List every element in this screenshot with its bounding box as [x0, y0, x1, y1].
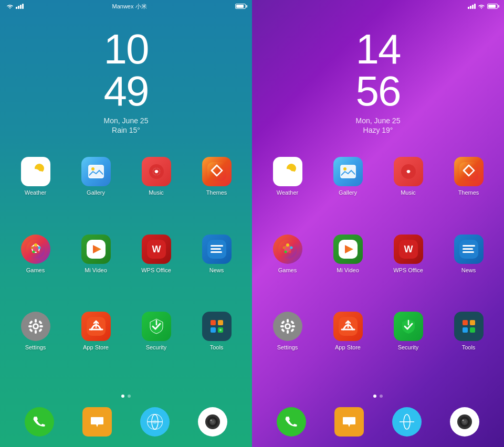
games-app-svg-r: [278, 240, 297, 259]
app-icon-wps-left: W: [142, 235, 171, 264]
app-icon-appstore-right: [333, 312, 363, 341]
camera-icon-right: [456, 413, 473, 430]
app-label-weather-right: Weather: [277, 189, 298, 196]
app-icon-weather-left: [21, 157, 50, 186]
news-app-svg-r: [459, 240, 478, 259]
clock-date-left: Mon, June 25: [0, 116, 252, 125]
app-news-left[interactable]: News: [186, 230, 247, 308]
app-icon-weather-right: [273, 157, 302, 186]
svg-text:W: W: [152, 244, 161, 254]
clock-area-left: 10 49 Mon, June 25 Rain 15°: [0, 13, 252, 142]
themes-app-svg-r: [459, 162, 478, 181]
app-themes-right[interactable]: Themes: [438, 153, 499, 230]
app-security-right[interactable]: Security: [378, 307, 438, 385]
svg-point-120: [463, 420, 464, 421]
app-icon-themes-left: [202, 157, 232, 186]
svg-rect-36: [35, 330, 37, 334]
dock-phone-right[interactable]: [277, 407, 306, 437]
svg-point-68: [286, 171, 297, 178]
app-appstore-right[interactable]: App Store: [318, 307, 378, 385]
svg-rect-69: [341, 165, 355, 178]
signal-bars-right: [468, 4, 476, 9]
app-label-weather-left: Weather: [25, 189, 46, 196]
app-icon-news-right: [454, 235, 484, 264]
page-dots-left: [0, 390, 252, 402]
app-label-music-left: Music: [149, 189, 164, 196]
status-bar-left: Manwex 小米: [0, 0, 252, 13]
app-mivideo-left[interactable]: Mi Video: [66, 230, 126, 308]
status-right-icons: [235, 4, 246, 9]
app-settings-left[interactable]: Settings: [5, 307, 66, 385]
clock-weather-left: Rain 15°: [0, 126, 252, 134]
app-icon-music-right: [394, 157, 423, 186]
svg-rect-49: [211, 327, 216, 333]
dock-message-right[interactable]: [334, 407, 364, 437]
news-app-svg: [207, 240, 226, 259]
app-themes-left[interactable]: Themes: [186, 153, 247, 230]
app-gallery-right[interactable]: Gallery: [318, 153, 378, 230]
settings-app-svg: [26, 317, 45, 336]
app-gallery-left[interactable]: Gallery: [66, 153, 126, 230]
app-weather-left[interactable]: Weather: [5, 153, 66, 230]
svg-rect-29: [211, 245, 223, 247]
app-icon-wps-right: W: [394, 235, 423, 264]
svg-point-21: [36, 250, 39, 253]
app-grid-left: Weather Gallery: [0, 142, 252, 390]
camera-icon: [204, 413, 221, 430]
app-label-themes-right: Themes: [458, 189, 479, 196]
dock-camera-right[interactable]: [450, 407, 479, 437]
app-wps-left[interactable]: W WPS Office: [126, 230, 186, 308]
svg-text:W: W: [404, 244, 413, 254]
dock-browser-right[interactable]: [392, 407, 422, 437]
weather-app-svg: [24, 162, 48, 181]
app-icon-games-left: [21, 235, 50, 264]
app-icon-tools-left: [202, 312, 232, 341]
app-games-right[interactable]: Games: [257, 230, 318, 308]
app-games-left[interactable]: Games: [5, 230, 66, 308]
app-security-left[interactable]: Security: [126, 307, 186, 385]
app-icon-settings-left: [21, 312, 50, 341]
app-icon-gallery-left: [81, 157, 111, 186]
tools-app-svg: [207, 317, 226, 336]
dock-browser-left[interactable]: [140, 407, 170, 437]
dot-1-left: [121, 395, 124, 398]
wifi-icon: [6, 4, 14, 9]
dock-phone-left[interactable]: [25, 407, 54, 437]
gallery-app-svg: [87, 162, 106, 181]
svg-point-70: [343, 167, 346, 171]
svg-point-20: [38, 246, 40, 249]
svg-rect-91: [463, 245, 475, 247]
svg-rect-108: [463, 320, 468, 325]
app-weather-right[interactable]: Weather: [257, 153, 318, 230]
svg-rect-109: [470, 320, 475, 325]
app-label-security-right: Security: [398, 344, 419, 350]
app-music-right[interactable]: Music: [378, 153, 438, 230]
svg-rect-47: [211, 320, 216, 325]
app-icon-appstore-left: [81, 312, 111, 341]
app-news-right[interactable]: News: [438, 230, 499, 308]
svg-rect-98: [287, 330, 289, 334]
message-icon-right: [342, 414, 356, 429]
clock-date-right: Mon, June 25: [252, 116, 504, 125]
app-tools-right[interactable]: Tools: [438, 307, 499, 385]
app-mivideo-right[interactable]: Mi Video: [318, 230, 378, 308]
games-app-svg: [26, 240, 45, 259]
app-wps-right[interactable]: W WPS Office: [378, 230, 438, 308]
gallery-app-svg-r: [339, 162, 358, 181]
dock-message-left[interactable]: [82, 407, 112, 437]
app-label-gallery-left: Gallery: [87, 189, 105, 196]
app-music-left[interactable]: Music: [126, 153, 186, 230]
mivideo-app-svg: [87, 240, 106, 259]
dock-camera-left[interactable]: [198, 407, 227, 437]
app-settings-right[interactable]: Settings: [257, 307, 318, 385]
app-appstore-left[interactable]: App Store: [66, 307, 126, 385]
status-bar-right: [252, 0, 504, 13]
right-screen: 14 56 Mon, June 25 Hazy 19° Weather: [252, 0, 504, 447]
svg-point-19: [34, 243, 37, 247]
svg-rect-48: [218, 320, 223, 325]
phone-icon-right: [284, 414, 299, 429]
svg-point-51: [219, 329, 222, 331]
phone-icon: [32, 414, 47, 429]
wifi-icon-right: [478, 4, 485, 9]
app-tools-left[interactable]: Tools: [186, 307, 247, 385]
